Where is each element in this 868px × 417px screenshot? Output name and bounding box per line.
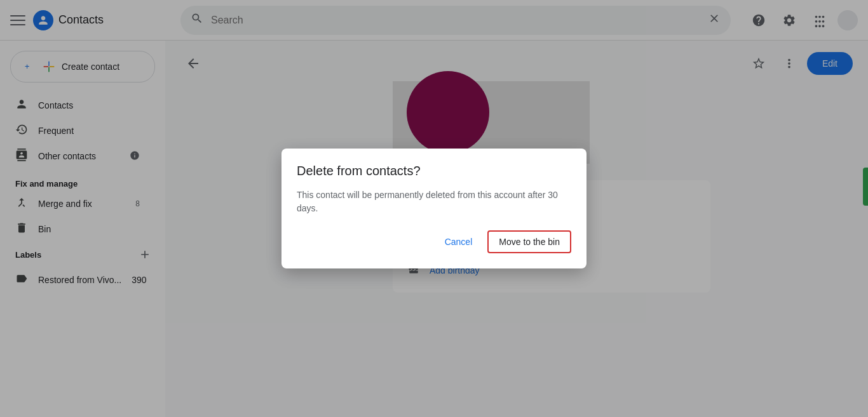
modal-title: Delete from contacts? — [297, 164, 571, 178]
modal-actions: Cancel Move to the bin — [297, 230, 571, 253]
modal-body: This contact will be permanently deleted… — [297, 189, 571, 215]
cancel-button[interactable]: Cancel — [435, 230, 483, 253]
move-to-bin-button[interactable]: Move to the bin — [487, 230, 571, 253]
delete-modal: Delete from contacts? This contact will … — [281, 149, 587, 268]
modal-overlay: Delete from contacts? This contact will … — [0, 0, 868, 417]
